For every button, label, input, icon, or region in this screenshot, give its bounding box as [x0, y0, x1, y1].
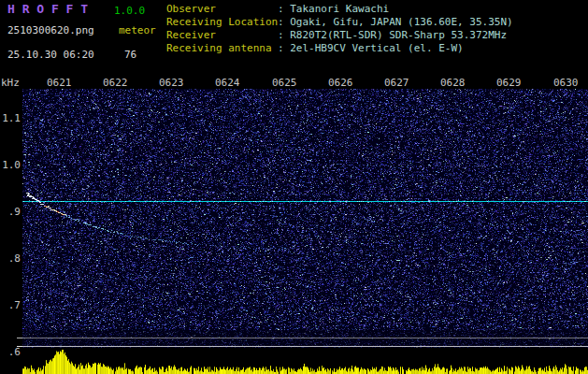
info-row-antenna: Receiving antenna: 2el-HB9CV Vertical (e…: [166, 43, 464, 54]
time-label: 0625: [272, 78, 297, 89]
freq-label: .9: [0, 207, 21, 218]
freq-unit-label: kHz: [1, 78, 20, 89]
output-filename: 2510300620.png: [7, 25, 94, 36]
time-label: 0623: [159, 78, 184, 89]
time-label: 0624: [215, 78, 240, 89]
freq-label: .6: [0, 347, 21, 358]
app-title: H R O F F T: [7, 4, 88, 15]
info-label: Receiving Location: [166, 17, 278, 28]
info-row-observer: Observer: Takanori Kawachi: [166, 4, 389, 15]
info-separator: :: [278, 30, 290, 41]
info-value: Ogaki, Gifu, JAPAN (136.60E, 35.35N): [290, 17, 512, 28]
time-label: 0622: [103, 78, 128, 89]
info-label: Receiving antenna: [166, 43, 278, 54]
level-line-tick-lower: [17, 346, 22, 347]
info-separator: :: [278, 43, 290, 54]
info-label: Observer: [166, 4, 278, 15]
info-row-receiver: Receiver: R820T2(RTL-SDR) SDR-Sharp 53.3…: [166, 30, 507, 41]
info-value: Takanori Kawachi: [290, 4, 389, 15]
spectrogram-canvas: [22, 89, 588, 374]
info-separator: :: [278, 17, 290, 28]
time-label: 0627: [384, 78, 409, 89]
freq-label: 1.0: [0, 160, 21, 171]
app-version: 1.0.0: [114, 6, 145, 17]
time-label: 0628: [440, 78, 466, 89]
freq-label: .7: [0, 300, 21, 311]
info-row-location: Receiving Location: Ogaki, Gifu, JAPAN (…: [166, 17, 513, 28]
time-label: 0621: [47, 78, 72, 89]
level-line-tick-upper: [17, 338, 22, 338]
time-label: 0626: [328, 78, 353, 89]
time-label: 0630: [553, 78, 579, 89]
info-label: Receiver: [166, 30, 278, 41]
info-separator: :: [278, 4, 290, 15]
datetime-label: 25.10.30 06:20: [7, 50, 94, 61]
freq-label: .8: [0, 253, 21, 265]
echo-count: 76: [124, 50, 136, 61]
info-value: 2el-HB9CV Vertical (el. E-W): [290, 43, 463, 54]
hrofft-window: H R O F F T 1.0.0 2510300620.png meteor …: [0, 0, 588, 374]
freq-label: 1.1: [0, 113, 21, 124]
mode-label: meteor: [119, 25, 156, 36]
info-value: R820T2(RTL-SDR) SDR-Sharp 53.372MHz: [290, 30, 507, 41]
time-label: 0629: [496, 78, 522, 89]
